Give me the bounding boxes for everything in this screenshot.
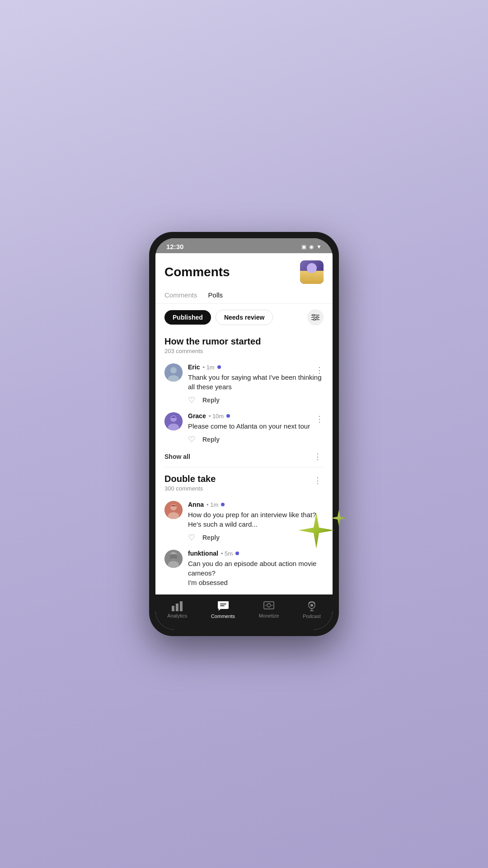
episode-count-1: 203 comments: [164, 348, 324, 354]
comment-text-anna: How do you prep for an interview like th…: [188, 510, 324, 529]
comment-author-eric: Eric: [188, 363, 200, 371]
comment-item: Eric • 1m Thank you for saying what I've…: [164, 360, 324, 409]
comment-time-anna: • 1m: [206, 501, 218, 508]
tab-polls[interactable]: Polls: [208, 288, 223, 303]
comment-item: Grace • 10m Please come to Atlanta on yo…: [164, 409, 324, 448]
phone-screen: 12:30 ▣ ◉ ▼ Comments Comments: [155, 238, 333, 630]
reply-button-grace[interactable]: Reply: [202, 436, 220, 443]
filter-icon: [311, 314, 319, 321]
svg-point-1: [313, 314, 314, 316]
avatar-funktional: [164, 550, 183, 568]
reply-button-eric[interactable]: Reply: [202, 396, 220, 404]
comments-nav-icon: [217, 601, 229, 612]
svg-rect-17: [170, 554, 177, 559]
podcast-thumbnail[interactable]: [300, 260, 324, 284]
tab-comments[interactable]: Comments: [164, 288, 197, 303]
nav-label-monetize: Monetize: [259, 613, 279, 618]
episode-count-2: 300 comments: [164, 485, 216, 492]
tab-bar: Comments Polls: [155, 288, 333, 304]
avatar-eric: [164, 363, 183, 382]
comment-actions-eric: ♡ Reply: [188, 395, 324, 405]
svg-rect-20: [176, 604, 178, 611]
comment-meta-eric: Eric • 1m: [188, 363, 324, 371]
page-title: Comments: [164, 265, 230, 279]
status-icon-wifi: ▼: [316, 244, 322, 250]
comment-author-anna: Anna: [188, 501, 204, 508]
nav-item-analytics[interactable]: Analytics: [160, 599, 194, 620]
comment-time-eric: • 1m: [202, 364, 214, 371]
app-header: Comments: [155, 253, 333, 288]
bottom-navigation: Analytics Comments Monetize: [155, 594, 333, 630]
status-icons: ▣ ◉ ▼: [301, 244, 322, 250]
status-icon-1: ▣: [301, 244, 306, 250]
svg-rect-21: [180, 601, 183, 611]
comment-actions-grace: ♡ Reply: [188, 434, 324, 444]
avatar-anna: [164, 501, 183, 519]
status-time: 12:30: [166, 243, 183, 250]
filter-needs-review-button[interactable]: Needs review: [216, 310, 273, 325]
online-indicator-eric: [217, 365, 221, 369]
svg-point-30: [310, 604, 313, 607]
episode-section-1: How the rumor started 203 comments Eric: [155, 331, 333, 448]
more-options-grace[interactable]: ⋮: [315, 414, 324, 424]
episode-section-2: Double take 300 comments ⋮: [155, 467, 333, 594]
svg-point-7: [170, 367, 177, 373]
phone-frame: 12:30 ▣ ◉ ▼ Comments Comments: [149, 232, 339, 636]
episode-title-2: Double take: [164, 474, 216, 484]
comment-body-anna: Anna • 1m How do you prep for an intervi…: [188, 501, 324, 542]
comment-time-grace: • 10m: [209, 413, 224, 420]
nav-label-comments: Comments: [211, 613, 235, 619]
nav-label-analytics: Analytics: [167, 613, 187, 618]
comment-actions-anna: ♡ Reply: [188, 533, 324, 542]
comment-item: funktional • 5m Can you do an episode ab…: [164, 546, 324, 594]
comment-text-eric: Thank you for saying what I've been thin…: [188, 373, 324, 392]
more-options-eric[interactable]: ⋮: [315, 365, 324, 375]
comment-author-grace: Grace: [188, 412, 206, 420]
online-indicator-anna: [221, 503, 225, 506]
comment-body-eric: Eric • 1m Thank you for saying what I've…: [188, 363, 324, 405]
episode-more-button-2[interactable]: ⋮: [312, 474, 324, 487]
filter-published-button[interactable]: Published: [164, 310, 211, 325]
comment-text-funktional: Can you do an episode about action movie…: [188, 559, 324, 587]
comment-body-grace: Grace • 10m Please come to Atlanta on yo…: [188, 412, 324, 444]
online-indicator-funktional: [235, 552, 239, 555]
like-button-anna[interactable]: ♡: [188, 533, 195, 542]
nav-label-podcast: Podcast: [303, 613, 321, 619]
comment-meta-funktional: funktional • 5m: [188, 550, 324, 557]
show-all-link[interactable]: Show all: [164, 453, 190, 460]
analytics-icon: [172, 601, 183, 611]
svg-point-3: [316, 316, 318, 318]
svg-point-5: [314, 319, 315, 321]
heart-icon-grace: ♡: [188, 434, 195, 444]
comment-text-grace: Please come to Atlanta on your next tour: [188, 421, 324, 431]
like-button-grace[interactable]: ♡: [188, 434, 195, 444]
monetize-icon: [263, 601, 274, 611]
comment-item: Anna • 1m How do you prep for an intervi…: [164, 497, 324, 546]
podcast-icon: [307, 601, 317, 612]
nav-item-podcast[interactable]: Podcast: [296, 599, 328, 621]
filter-options-button[interactable]: [307, 309, 324, 326]
online-indicator-grace: [226, 414, 230, 418]
comment-meta-anna: Anna • 1m: [188, 501, 324, 508]
svg-point-26: [267, 604, 271, 607]
heart-icon-eric: ♡: [188, 395, 195, 405]
screen-content: Comments Comments Polls Published Needs …: [155, 253, 333, 594]
comment-body-funktional: funktional • 5m Can you do an episode ab…: [188, 550, 324, 591]
status-bar: 12:30 ▣ ◉ ▼: [155, 238, 333, 253]
comment-time-funktional: • 5m: [221, 550, 233, 557]
like-button-eric[interactable]: ♡: [188, 395, 195, 405]
comment-meta-grace: Grace • 10m: [188, 412, 324, 420]
episode-title-1: How the rumor started: [164, 336, 324, 347]
nav-item-comments[interactable]: Comments: [204, 599, 242, 621]
svg-rect-19: [172, 606, 174, 611]
heart-icon-anna: ♡: [188, 533, 195, 542]
reply-button-anna[interactable]: Reply: [202, 534, 220, 541]
episode-more-button-1[interactable]: ⋮: [312, 450, 324, 463]
comment-author-funktional: funktional: [188, 550, 218, 557]
avatar-grace: [164, 412, 183, 430]
filter-row: Published Needs review: [155, 304, 333, 331]
status-icon-2: ◉: [309, 244, 314, 250]
nav-item-monetize[interactable]: Monetize: [252, 599, 286, 620]
